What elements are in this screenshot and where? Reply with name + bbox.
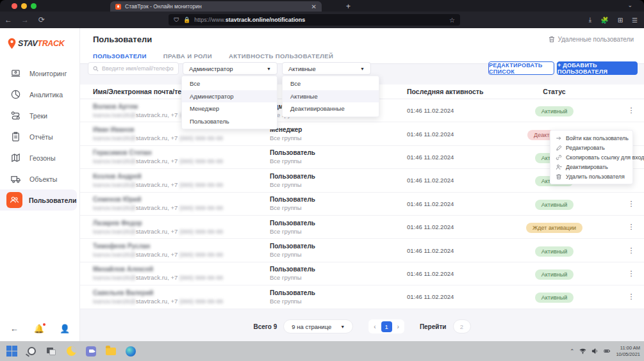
users-table: Имя/Электронная почта/телефон Последняя … xyxy=(80,84,644,309)
ctx-deactivate[interactable]: Деактивировать xyxy=(550,162,632,172)
teams-icon[interactable] xyxy=(85,345,97,358)
trash-icon xyxy=(549,36,555,43)
goto-label: Перейти xyxy=(420,323,447,330)
taskbar: ⌃ 11:00 AM 10/05/2021 xyxy=(0,341,644,361)
goto-page-input[interactable]: 2 xyxy=(453,319,471,333)
current-page[interactable]: 1 xyxy=(381,321,392,332)
edge-browser-icon[interactable] xyxy=(124,345,137,358)
notifications-bell-icon[interactable]: 🔔 xyxy=(34,324,44,333)
ctx-delete-user[interactable]: Удалить пользователя xyxy=(550,172,632,181)
back-button[interactable]: ← xyxy=(0,15,17,24)
edit-list-button[interactable]: РЕДАКТИРОВАТЬ СПИСОК xyxy=(488,61,554,75)
menu-item-status-deactivated[interactable]: Деактивированные xyxy=(283,102,379,115)
notification-dot xyxy=(43,323,45,326)
stavtrack-logo[interactable]: STAVTRACK xyxy=(6,37,65,50)
menu-item-status-active[interactable]: Активные xyxy=(283,90,379,103)
menu-item-status-all[interactable]: Все xyxy=(283,77,379,90)
table-row: Тимофеев Руслан ivanov.ivan26@stavtrack.… xyxy=(80,239,644,262)
menu-item-role-all[interactable]: Все xyxy=(182,77,277,90)
reload-button[interactable]: ⟳ xyxy=(33,15,50,24)
url-bar[interactable]: 🛡 🔒 https://www.stavtrack.online/notific… xyxy=(169,14,460,26)
total-count: Всего 9 xyxy=(253,323,277,330)
screen: СтавТрэк - Онлайн мониторин ✕ + ⌄ ← → ⟳ … xyxy=(0,0,644,361)
ctx-copy-login-link[interactable]: Скопировать ссылку для входа xyxy=(550,152,632,162)
sidebar-item-monitoring[interactable]: Мониторинг xyxy=(0,63,80,84)
window-zoom-button[interactable] xyxy=(31,3,37,9)
taskbar-search-icon[interactable] xyxy=(25,345,38,358)
menu-item-role-manager[interactable]: Менеджер xyxy=(182,102,277,115)
search-input[interactable] xyxy=(102,65,174,72)
menu-item-role-user[interactable]: Пользователь xyxy=(182,115,277,128)
sidebar-item-analytics[interactable]: Аналитика xyxy=(0,84,80,105)
new-tab-button[interactable]: + xyxy=(346,2,351,11)
task-view-icon[interactable] xyxy=(45,345,58,358)
add-user-button[interactable]: + ДОБАВИТЬ ПОЛЬЗОВАТЕЛЯ xyxy=(557,61,638,75)
window-minimize-button[interactable] xyxy=(21,3,27,9)
row-menu-button[interactable]: ⋮ xyxy=(618,106,644,115)
collapse-sidebar-icon[interactable]: ← xyxy=(10,324,19,333)
role-dropdown-menu: Все Администратор Менеджер Пользователь xyxy=(181,76,277,129)
file-explorer-icon[interactable] xyxy=(104,345,117,358)
sidebar-item-tracks[interactable]: Треки xyxy=(0,105,80,126)
start-button[interactable] xyxy=(5,345,18,358)
row-menu-button[interactable]: ⋮ xyxy=(618,246,644,255)
sidebar-item-reports[interactable]: Отчёты xyxy=(0,126,80,147)
volume-icon[interactable] xyxy=(591,348,599,355)
ctx-edit[interactable]: Редактировать xyxy=(550,143,632,152)
sidebar-item-objects[interactable]: Объекты xyxy=(0,168,80,189)
tab-user-activity[interactable]: АКТИВНОСТЬ ПОЛЬЗОВАТЕЛЕЙ xyxy=(229,50,333,63)
tab-users[interactable]: ПОЛЬЗОВАТЕЛИ xyxy=(93,50,147,63)
user-search-input-wrap xyxy=(88,62,179,75)
tab-close-icon[interactable]: ✕ xyxy=(311,3,317,10)
table-row: Лазарев Федор ivanov.ivan26@stavtrack.ru… xyxy=(80,216,644,239)
extensions-icon[interactable]: 🧩 xyxy=(600,17,608,24)
clipboard-icon xyxy=(10,131,21,142)
browser-tab[interactable]: СтавТрэк - Онлайн мониторин ✕ xyxy=(110,1,322,12)
prev-page-button[interactable]: ‹ xyxy=(371,323,378,330)
battery-icon[interactable] xyxy=(604,348,611,355)
logo-pin-icon xyxy=(6,37,17,50)
menu-item-role-admin[interactable]: Администратор xyxy=(182,90,277,103)
menu-hamburger-icon[interactable]: ☰ xyxy=(632,17,638,24)
ctx-login-as-user[interactable]: Войти как пользователь xyxy=(550,133,632,143)
lock-icon[interactable]: 🔒 xyxy=(183,17,190,23)
bookmark-star-icon[interactable]: ☆ xyxy=(449,17,455,24)
downloads-icon[interactable]: ⤓ xyxy=(589,16,591,24)
main-panel: Пользователи Удаленные пользователи ПОЛЬ… xyxy=(80,28,644,341)
status-badge: Активный xyxy=(535,246,574,257)
row-menu-button[interactable]: ⋮ xyxy=(618,223,644,231)
system-tray: ⌃ 11:00 AM 10/05/2021 xyxy=(570,341,640,361)
clock-time: 11:00 AM xyxy=(616,345,640,351)
deleted-users-link[interactable]: Удаленные пользователи xyxy=(549,36,634,43)
row-menu-button[interactable]: ⋮ xyxy=(618,200,644,208)
row-menu-button[interactable]: ⋮ xyxy=(618,269,644,278)
taskbar-clock[interactable]: 11:00 AM 10/05/2021 xyxy=(616,345,640,358)
clock-date: 10/05/2021 xyxy=(616,351,640,358)
forward-button[interactable]: → xyxy=(17,15,33,24)
link-icon xyxy=(556,154,562,161)
role-filter-select[interactable]: Администратор ▼ xyxy=(183,62,277,75)
sidebar-item-geozones[interactable]: Геозоны xyxy=(0,147,80,168)
list-tabs-chevron-icon[interactable]: ⌄ xyxy=(627,2,632,8)
tab-rights-roles[interactable]: ПРАВА И РОЛИ xyxy=(163,50,212,63)
window-close-button[interactable] xyxy=(12,3,17,9)
row-menu-button[interactable]: ⋮ xyxy=(618,293,644,301)
next-page-button[interactable]: › xyxy=(395,323,402,330)
table-row: Семенов Юрий ivanov.ivan26@stavtrack.ru,… xyxy=(80,193,644,216)
login-arrow-icon xyxy=(556,135,562,141)
tracking-shield-icon[interactable]: 🛡 xyxy=(174,17,179,23)
status-badge: Активный xyxy=(535,106,574,116)
status-badge: Активный xyxy=(535,293,574,303)
monitor-icon xyxy=(10,68,21,79)
per-page-select[interactable]: 9 на странице ▼ xyxy=(283,319,353,333)
browser-toolbar: ← → ⟳ 🛡 🔒 https://www.stavtrack.online/n… xyxy=(0,12,644,28)
profile-icon[interactable]: 👤 xyxy=(60,324,70,333)
night-mode-icon[interactable] xyxy=(65,345,78,358)
browser-tab-strip: СтавТрэк - Онлайн мониторин ✕ + ⌄ xyxy=(0,0,644,12)
sidebar-toggle-icon[interactable]: ⊞ xyxy=(618,17,623,24)
status-filter-select[interactable]: Активные ▼ xyxy=(282,62,371,75)
tray-chevron-icon[interactable]: ⌃ xyxy=(570,348,575,355)
sidebar-item-users[interactable]: Пользователи xyxy=(0,189,77,211)
user-deactivate-icon xyxy=(556,164,562,170)
wifi-icon[interactable] xyxy=(579,348,586,355)
